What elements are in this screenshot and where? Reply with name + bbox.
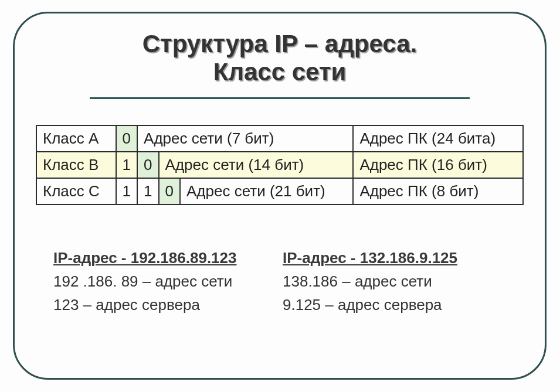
table-row-class-c: Класс С 1 1 0 Адрес сети (21 бит) Адрес … — [36, 178, 523, 204]
class-a-bit0: 0 — [116, 125, 137, 152]
class-c-host: Адрес ПК (8 бит) — [353, 178, 523, 204]
table-row-class-a: Класс А 0 Адрес сети (7 бит) Адрес ПК (2… — [36, 125, 523, 152]
example-left-net: 192 .186. 89 – адрес сети — [53, 270, 283, 293]
title-line-2: Класс сети — [90, 58, 470, 86]
class-c-label: Класс С — [36, 178, 116, 204]
example-right: IP-адрес - 132.186.9.125 138.186 – адрес… — [283, 246, 512, 317]
class-c-net: Адрес сети (21 бит) — [180, 178, 353, 204]
table-row-class-b: Класс В 1 0 Адрес сети (14 бит) Адрес ПК… — [36, 152, 523, 178]
ip-class-table: Класс А 0 Адрес сети (7 бит) Адрес ПК (2… — [36, 125, 524, 205]
class-b-label: Класс В — [36, 152, 116, 178]
example-right-head: IP-адрес - 132.186.9.125 — [283, 246, 512, 270]
class-a-net: Адрес сети (7 бит) — [137, 125, 353, 152]
class-c-bit1: 1 — [137, 178, 158, 204]
class-c-bit0: 1 — [116, 178, 137, 204]
class-a-host: Адрес ПК (24 бита) — [353, 125, 523, 152]
examples-block: IP-адрес - 192.186.89.123 192 .186. 89 –… — [36, 246, 524, 317]
example-left-head: IP-адрес - 192.186.89.123 — [53, 246, 283, 270]
example-left-srv: 123 – адрес сервера — [53, 293, 283, 316]
slide-frame: Структура IP – адреса. Класс сети Класс … — [13, 12, 547, 380]
class-c-bit2: 0 — [159, 178, 180, 204]
example-left: IP-адрес - 192.186.89.123 192 .186. 89 –… — [53, 246, 283, 317]
title-line-1: Структура IP – адреса. — [90, 30, 470, 58]
class-b-bit1: 0 — [137, 152, 158, 178]
class-a-label: Класс А — [36, 125, 116, 152]
example-right-net: 138.186 – адрес сети — [283, 270, 512, 293]
class-b-host: Адрес ПК (16 бит) — [353, 152, 523, 178]
class-b-bit0: 1 — [116, 152, 137, 178]
title-block: Структура IP – адреса. Класс сети — [90, 30, 470, 99]
class-b-net: Адрес сети (14 бит) — [159, 152, 354, 178]
example-right-srv: 9.125 – адрес сервера — [283, 293, 512, 316]
